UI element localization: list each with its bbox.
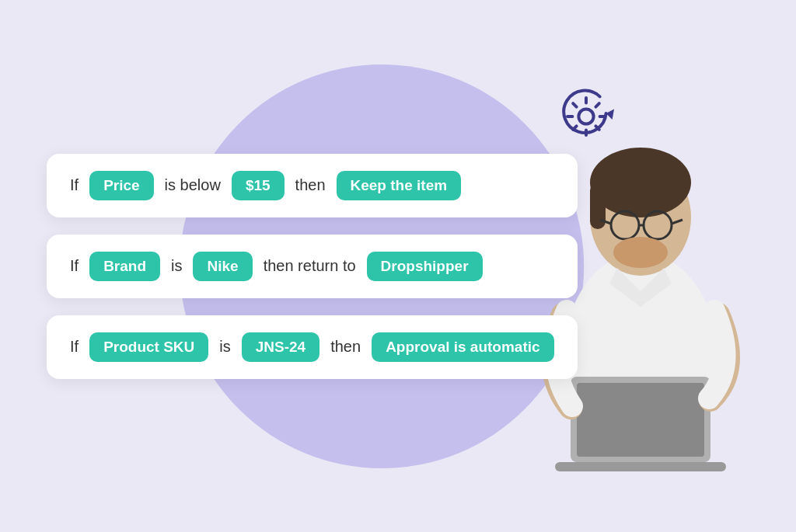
rule-2-operator: is <box>171 257 182 275</box>
rule-2-prefix: If <box>70 257 79 275</box>
rule-3-action-prefix: then <box>330 338 361 356</box>
rule-3-prefix: If <box>70 338 79 356</box>
rule-3-field: Product SKU <box>89 332 208 362</box>
rule-3-operator: is <box>219 338 230 356</box>
rule-card-3: If Product SKU is JNS-24 then Approval i… <box>47 315 578 379</box>
svg-line-7 <box>595 103 599 106</box>
rule-1-operator: is below <box>165 176 221 194</box>
svg-marker-0 <box>606 109 614 120</box>
svg-rect-21 <box>577 383 704 457</box>
rule-2-field: Brand <box>89 252 160 281</box>
svg-line-6 <box>573 103 576 106</box>
rule-3-action: Approval is automatic <box>372 332 554 362</box>
rule-1-value: $15 <box>232 171 285 200</box>
rule-card-1: If Price is below $15 then Keep the item <box>47 154 578 217</box>
rule-2-action: Dropshipper <box>367 252 483 281</box>
gear-icon <box>555 85 617 148</box>
rule-2-action-prefix: then return to <box>264 257 356 275</box>
rule-card-2: If Brand is Nike then return to Dropship… <box>47 235 578 298</box>
rule-1-prefix: If <box>70 176 79 194</box>
svg-line-8 <box>573 126 576 129</box>
svg-rect-22 <box>555 462 726 471</box>
rule-2-value: Nike <box>193 252 252 281</box>
rule-1-action: Keep the item <box>337 171 462 200</box>
rule-3-value: JNS-24 <box>242 332 319 362</box>
rule-1-action-prefix: then <box>295 176 326 194</box>
svg-point-1 <box>578 109 593 123</box>
rules-container: If Price is below $15 then Keep the item… <box>47 154 578 379</box>
rule-1-field: Price <box>89 171 153 200</box>
svg-point-19 <box>613 237 668 268</box>
